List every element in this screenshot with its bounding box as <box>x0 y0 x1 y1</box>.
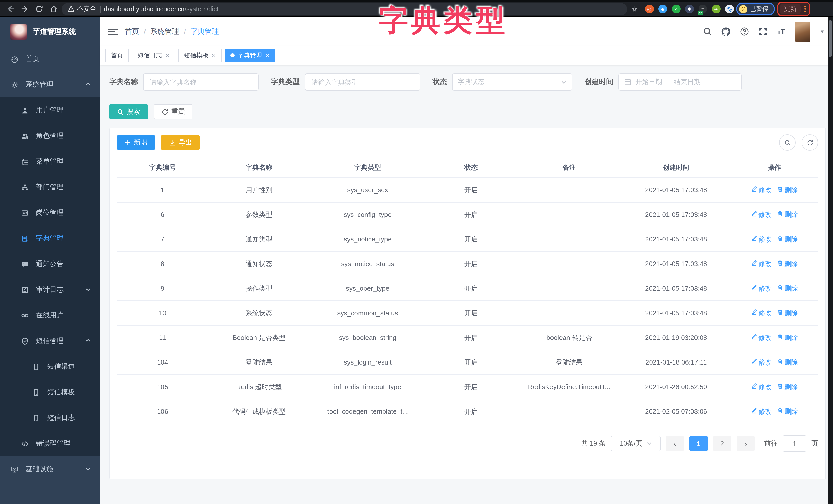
browser-scrollbar[interactable] <box>828 17 833 504</box>
tab-close-icon[interactable]: ✕ <box>265 53 270 58</box>
dict-type-link[interactable]: sys_login_result <box>310 350 426 375</box>
sidebar-item-5[interactable]: 部门管理 <box>0 174 100 200</box>
help-icon[interactable] <box>740 27 749 36</box>
app-logo-row[interactable]: 芋道管理系统 <box>0 17 100 46</box>
paw-extension-icon[interactable]: 🐾 <box>725 5 734 13</box>
sidebar-item-13[interactable]: 短信模板 <box>0 379 100 405</box>
sidebar-item-2[interactable]: 用户管理 <box>0 97 100 123</box>
fontsize-icon[interactable]: ᴛT <box>777 27 786 36</box>
sidebar-item-15[interactable]: 错误码管理 <box>0 431 100 456</box>
export-button[interactable]: 导出 <box>161 135 200 150</box>
tab-2[interactable]: 短信模板✕ <box>178 49 222 62</box>
delete-row-link[interactable]: 删除 <box>777 308 798 318</box>
refresh-table-icon[interactable] <box>802 134 818 151</box>
sidebar-item-4[interactable]: 菜单管理 <box>0 149 100 174</box>
dict-type-link[interactable]: sys_user_sex <box>310 178 426 202</box>
blue-gem-extension-icon[interactable]: ◆ <box>658 5 667 13</box>
dict-type-link[interactable]: sys_oper_type <box>310 276 426 301</box>
sidebar-item-12[interactable]: 短信渠道 <box>0 354 100 379</box>
delete-row-link[interactable]: 删除 <box>777 234 798 244</box>
edit-row-link[interactable]: 修改 <box>751 259 772 269</box>
sidebar-item-9[interactable]: 审计日志 <box>0 277 100 303</box>
search-icon[interactable] <box>703 27 712 36</box>
delete-row-link[interactable]: 删除 <box>777 333 798 342</box>
user-avatar[interactable] <box>795 21 810 42</box>
sidebar-item-14[interactable]: 短信日志 <box>0 405 100 431</box>
orange-extension-icon[interactable]: ◎ <box>645 5 653 13</box>
browser-menu-kebab-icon[interactable] <box>803 6 807 12</box>
sidebar-item-11[interactable]: 短信管理 <box>0 328 100 354</box>
edit-row-link[interactable]: 修改 <box>751 284 772 293</box>
browser-home-icon[interactable] <box>47 3 60 15</box>
sidebar-item-7[interactable]: 字典管理 <box>0 226 100 251</box>
dict-type-input[interactable] <box>305 73 420 91</box>
toggle-search-icon[interactable] <box>779 134 795 151</box>
sidebar-item-8[interactable]: 通知公告 <box>0 251 100 277</box>
sidebar-item-0[interactable]: 首页 <box>0 46 100 72</box>
tab-close-icon[interactable]: ✕ <box>165 53 170 58</box>
leaf-extension-icon[interactable]: ❧ <box>712 5 720 13</box>
sidebar-item-6[interactable]: 岗位管理 <box>0 200 100 226</box>
dict-type-link[interactable]: tool_codegen_template_t... <box>310 399 426 424</box>
edit-row-link[interactable]: 修改 <box>751 308 772 318</box>
tab-0[interactable]: 首页 <box>105 49 129 62</box>
sidebar-item-10[interactable]: 在线用户 <box>0 303 100 328</box>
delete-row-link[interactable]: 删除 <box>777 210 798 219</box>
sidebar-collapse-icon[interactable] <box>108 28 118 34</box>
scrollbar-thumb[interactable] <box>829 20 832 57</box>
sidebar-item-16[interactable]: 基础设施 <box>0 456 100 482</box>
edit-row-link[interactable]: 修改 <box>751 407 772 416</box>
add-button[interactable]: 新增 <box>117 135 155 150</box>
dict-type-link[interactable]: inf_redis_timeout_type <box>310 375 426 399</box>
edit-row-link[interactable]: 修改 <box>751 358 772 367</box>
breadcrumb-item-0[interactable]: 首页 <box>125 27 139 36</box>
edit-row-link[interactable]: 修改 <box>751 185 772 195</box>
delete-row-link[interactable]: 删除 <box>777 407 798 416</box>
delete-row-link[interactable]: 删除 <box>777 358 798 367</box>
tab-1[interactable]: 短信日志✕ <box>132 49 175 62</box>
page-button-1[interactable]: 1 <box>689 436 708 451</box>
edit-row-link[interactable]: 修改 <box>751 333 772 342</box>
delete-row-link[interactable]: 删除 <box>777 382 798 392</box>
search-button[interactable]: 搜索 <box>109 104 148 120</box>
browser-reload-icon[interactable] <box>33 3 45 15</box>
edit-row-link[interactable]: 修改 <box>751 210 772 219</box>
reset-button[interactable]: 重置 <box>154 104 192 120</box>
tiles-extension-icon[interactable]: ❖ <box>685 5 694 13</box>
green-circle-extension-icon[interactable]: ✓ <box>672 5 680 13</box>
bookmark-star-icon[interactable]: ☆ <box>631 5 638 13</box>
browser-forward-icon[interactable] <box>19 3 31 15</box>
dict-name-input[interactable] <box>143 73 259 91</box>
next-page-button[interactable]: › <box>737 436 755 451</box>
edit-row-link[interactable]: 修改 <box>751 234 772 244</box>
prev-page-button[interactable]: ‹ <box>666 436 684 451</box>
sidebar-item-3[interactable]: 角色管理 <box>0 123 100 149</box>
security-warning[interactable]: 不安全 <box>68 5 96 13</box>
delete-row-link[interactable]: 删除 <box>777 284 798 293</box>
page-button-2[interactable]: 2 <box>713 436 731 451</box>
status-select[interactable]: 字典状态 <box>452 73 572 91</box>
page-size-select[interactable]: 10条/页 <box>611 436 661 451</box>
tab-close-icon[interactable]: ✕ <box>212 53 216 58</box>
dict-type-link[interactable]: sys_common_status <box>310 301 426 325</box>
sidebar-item-1[interactable]: 系统管理 <box>0 72 100 97</box>
dict-type-link[interactable]: sys_config_type <box>310 202 426 227</box>
date-range-picker[interactable]: 开始日期 ~ 结束日期 <box>618 73 742 91</box>
goto-page-input[interactable] <box>783 435 806 452</box>
browser-back-icon[interactable] <box>4 3 17 15</box>
switch-on-extension-icon[interactable]: ≡on <box>698 5 707 13</box>
dict-type-link[interactable]: sys_notice_status <box>310 251 426 276</box>
tab-3[interactable]: 字典管理✕ <box>225 49 276 62</box>
github-icon[interactable] <box>721 27 730 36</box>
delete-row-link[interactable]: 删除 <box>777 259 798 269</box>
delete-row-link[interactable]: 删除 <box>777 185 798 195</box>
fullscreen-icon[interactable] <box>758 27 767 36</box>
edit-row-link[interactable]: 修改 <box>751 382 772 392</box>
browser-update-button[interactable]: 更新 <box>780 4 801 14</box>
user-menu-caret-icon[interactable]: ▼ <box>820 29 825 34</box>
address-bar[interactable]: 不安全 dashboard.yudao.iocoder.cn/system/di… <box>62 3 627 15</box>
breadcrumb-item-1[interactable]: 系统管理 <box>150 27 179 36</box>
dict-type-link[interactable]: sys_boolean_string <box>310 325 426 350</box>
paused-extension-pill[interactable]: ツ 已暂停 <box>736 3 775 16</box>
dict-type-link[interactable]: sys_notice_type <box>310 227 426 251</box>
